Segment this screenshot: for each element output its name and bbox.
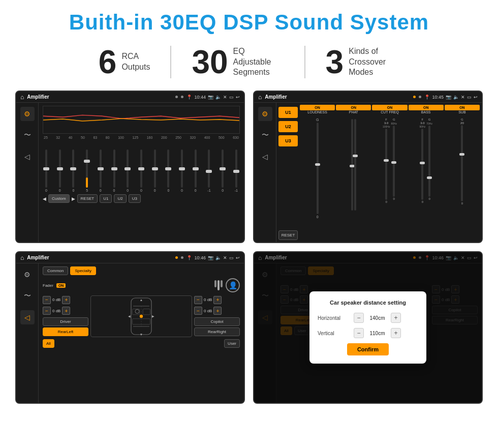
eq-slider-8[interactable]: 0 [138,150,145,192]
svg-text:◀: ◀ [128,314,131,318]
crossover-channels-area: ON LOUDNESS ON PHAT ON CUT FREQ [300,105,480,240]
crossover-u2[interactable]: U2 [278,121,298,132]
speaker-layout: − 0 dB + [43,295,240,337]
btn-all[interactable]: All [43,339,54,348]
ch-loudness-on[interactable]: ON [300,105,335,110]
sp-mr-minus[interactable]: − [194,307,202,315]
tab-common[interactable]: Common [43,266,68,275]
speaker-spk-icon[interactable]: ◁ [20,310,35,324]
crossover-status-icons: 📍 10:45 📷 🔈 ✕ ▭ ↩ [424,95,478,100]
phat-slider-2[interactable] [354,119,356,211]
eq-status-icons: 📍 10:44 📷 🔈 ✕ ▭ ↩ [186,95,240,100]
eq-u2-btn[interactable]: U2 [114,194,126,203]
crossover-u3[interactable]: U3 [278,135,298,146]
home-icon[interactable]: ⌂ [20,94,24,101]
eq-slider-10[interactable]: 0 [165,150,172,192]
ch-bass-on[interactable]: ON [409,105,444,110]
eq-graph-svg [43,106,239,133]
crossover-sliders-area: G 0 [300,116,480,240]
eq-slider-13[interactable]: -1 [205,150,212,192]
btn-user[interactable]: User [224,339,240,348]
loudness-slider[interactable] [317,123,319,214]
speaker-eq-icon[interactable]: ⚙ [20,267,35,282]
sp-ml-plus[interactable]: + [62,307,70,315]
horizontal-plus-btn[interactable]: + [391,313,401,323]
eq-slider-2[interactable]: 0 [56,150,64,192]
eq-u1-btn[interactable]: U1 [100,194,112,203]
btn-driver[interactable]: Driver [43,317,88,326]
eq-play-icon[interactable]: ▶ [72,196,75,201]
bass-slider-2[interactable] [428,126,430,197]
cutfreq-slider-2[interactable] [393,126,395,197]
sp-tr-plus[interactable]: + [213,296,222,304]
btn-copilot[interactable]: Copilot [194,317,240,326]
crossover-sliders-icon[interactable]: ⚙ [258,107,272,121]
eq-slider-7[interactable]: 0 [124,150,131,192]
speaker-volume-icon: 🔈 [215,255,221,260]
person-icon[interactable]: 👤 [226,278,240,292]
eq-slider-9[interactable]: 0 [151,150,159,192]
phat-slider-1[interactable] [351,119,353,211]
eq-graph [43,106,240,134]
eq-slider-6[interactable]: 0 [111,150,118,192]
cutfreq-slider-1[interactable] [385,129,387,200]
eq-slider-11[interactable]: 0 [178,150,185,192]
vertical-value: 110cm [366,331,389,336]
eq-wave-icon[interactable]: 〜 [20,128,35,142]
ch-phat-on[interactable]: ON [336,105,371,110]
eq-slider-15[interactable]: -1 [233,150,240,192]
btn-rearright[interactable]: RearRight [194,327,240,336]
speaker-back-icon[interactable]: ↩ [236,255,240,260]
stat-rca-label: RCA Outputs [121,51,150,73]
fader-sliders [214,280,223,290]
sp-mr-plus[interactable]: + [213,307,222,315]
eq-custom-btn[interactable]: Custom [48,194,70,203]
vertical-minus-btn[interactable]: − [354,328,364,338]
eq-prev-arrow[interactable]: ◀ [43,196,46,201]
screen-crossover: ⌂ Amplifier 📍 10:45 📷 🔈 ✕ ▭ ↩ ⚙ 〜 [253,91,483,243]
fader-bar-3 [221,280,223,287]
confirm-button[interactable]: Confirm [347,343,389,355]
svg-text:▶: ▶ [152,314,154,318]
crossover-home-icon[interactable]: ⌂ [258,94,262,101]
sub-slider[interactable] [461,125,463,201]
tab-specialty[interactable]: Specialty [70,266,96,275]
speaker-home-icon[interactable]: ⌂ [20,254,24,261]
speaker-wave-icon[interactable]: 〜 [20,289,35,303]
eq-back-icon[interactable]: ↩ [236,95,240,100]
eq-slider-12[interactable]: 0 [192,150,199,192]
crossover-back-icon[interactable]: ↩ [474,95,478,100]
sp-mr-control: − 0 dB + [194,307,240,316]
eq-slider-3[interactable]: 0 [70,150,77,192]
sp-tl-minus[interactable]: − [43,296,51,304]
eq-sliders-icon[interactable]: ⚙ [20,107,35,121]
fader-on-badge[interactable]: ON [56,283,66,288]
eq-reset-btn[interactable]: RESET [77,194,98,203]
eq-speaker-icon[interactable]: ◁ [20,150,35,164]
horizontal-minus-btn[interactable]: − [354,313,364,323]
dialog-horizontal-row: Horizontal − 140cm + [318,313,418,323]
eq-u3-btn[interactable]: U3 [129,194,141,203]
sp-tl-plus[interactable]: + [62,296,70,304]
bass-slider-1[interactable] [421,129,423,200]
speaker-app-name: Amplifier [27,255,49,260]
crossover-speaker-icon[interactable]: ◁ [258,150,272,164]
ch-cutfreq-on[interactable]: ON [372,105,407,110]
crossover-wave-icon[interactable]: 〜 [258,128,272,142]
crossover-reset[interactable]: RESET [278,230,298,240]
eq-slider-4[interactable]: 5 [83,150,90,192]
ch-cutfreq: ON CUT FREQ [372,105,407,114]
crossover-u1[interactable]: U1 [278,107,298,118]
ch-phat-label: PHAT [336,110,371,114]
sp-ml-minus[interactable]: − [43,307,51,315]
eq-slider-14[interactable]: 0 [219,150,226,192]
speaker-pin-icon: 📍 [186,255,192,260]
crossover-layout: U1 U2 U3 RESET ON LOUDNESS [278,105,480,240]
svg-rect-8 [143,309,150,315]
eq-slider-5[interactable]: 0 [97,150,104,192]
eq-slider-1[interactable]: 0 [43,150,50,192]
vertical-plus-btn[interactable]: + [391,328,401,338]
ch-sub-on[interactable]: ON [445,105,480,110]
sp-tr-minus[interactable]: − [194,296,202,304]
btn-rearleft[interactable]: RearLeft [43,327,88,336]
